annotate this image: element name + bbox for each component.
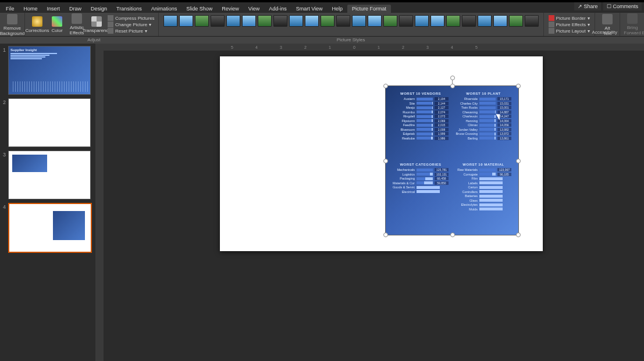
picture-style-thumb[interactable] bbox=[368, 15, 382, 27]
ribbon-tabs: FileHomeInsertDrawDesignTransitionsAnima… bbox=[0, 2, 644, 13]
chart-row: Film bbox=[456, 177, 511, 180]
chart-row: Raw Materials123,067 bbox=[456, 168, 511, 171]
picture-style-thumb[interactable] bbox=[211, 15, 225, 27]
tab-add-ins[interactable]: Add-ins bbox=[264, 5, 291, 13]
chart-row: Batteries bbox=[456, 194, 511, 198]
picture-style-thumb[interactable] bbox=[383, 15, 397, 27]
resize-handle[interactable] bbox=[450, 233, 455, 237]
tab-insert[interactable]: Insert bbox=[42, 5, 65, 13]
tab-draw[interactable]: Draw bbox=[65, 5, 86, 13]
picture-style-thumb[interactable] bbox=[258, 15, 272, 27]
picture-style-thumb[interactable] bbox=[321, 15, 335, 27]
picture-style-thumb[interactable] bbox=[399, 15, 413, 27]
rotate-handle[interactable] bbox=[450, 76, 455, 80]
slide-thumbnail-3[interactable] bbox=[8, 151, 91, 199]
tab-design[interactable]: Design bbox=[86, 5, 112, 13]
chart-row: Edgetab1,999 bbox=[393, 132, 449, 135]
tab-slide-show[interactable]: Slide Show bbox=[182, 5, 217, 13]
picture-style-thumb[interactable] bbox=[226, 15, 240, 27]
resize-handle[interactable] bbox=[516, 159, 521, 163]
accessibility-group-label: Accessibility bbox=[592, 30, 617, 35]
picture-style-thumb[interactable] bbox=[352, 15, 366, 27]
picture-style-thumb[interactable] bbox=[336, 15, 350, 27]
tab-picture-format[interactable]: Picture Format bbox=[347, 5, 391, 13]
tab-file[interactable]: File bbox=[1, 5, 19, 13]
chart-row: Ringdell2,073 bbox=[393, 115, 449, 118]
picture-style-thumb[interactable] bbox=[273, 15, 287, 27]
chart-row: Materials & Com..59,850 bbox=[393, 181, 449, 185]
chart-row: Riverside15,171 bbox=[456, 97, 511, 101]
chart-row: Flipstorm2,069 bbox=[393, 119, 449, 123]
corrections-button[interactable]: Corrections bbox=[27, 16, 47, 33]
transparency-button[interactable]: Transparency bbox=[87, 16, 106, 33]
slide-thumbnail-4[interactable] bbox=[8, 203, 92, 253]
comments-button[interactable]: ☐ Comments bbox=[603, 2, 642, 10]
picture-style-thumb[interactable] bbox=[163, 15, 177, 27]
picture-style-thumb[interactable] bbox=[493, 15, 507, 27]
picture-border-button[interactable]: Picture Border ▾ bbox=[549, 15, 590, 21]
chart-panel: Worst 10 VendorsAustern2,194Site2,144Mee… bbox=[389, 90, 452, 160]
chart-row: Charles City15,031 bbox=[456, 102, 511, 105]
chart-row: Bruce Crossing13,972 bbox=[456, 132, 511, 135]
styles-group-label: Picture Styles bbox=[159, 37, 543, 42]
resize-handle[interactable] bbox=[383, 233, 388, 237]
picture-style-thumb[interactable] bbox=[242, 15, 256, 27]
picture-style-thumb[interactable] bbox=[430, 15, 444, 27]
slide-thumbnail-1[interactable]: Supplier Insight bbox=[8, 46, 91, 95]
picture-style-thumb[interactable] bbox=[462, 15, 476, 27]
chart-panel: Worst 10 MaterialRaw Materials123,067Cor… bbox=[452, 160, 515, 231]
tab-help[interactable]: Help bbox=[328, 5, 348, 13]
picture-layout-button[interactable]: Picture Layout ▾ bbox=[549, 28, 590, 34]
picture-style-thumb[interactable] bbox=[509, 15, 523, 27]
resize-handle[interactable] bbox=[516, 233, 521, 237]
chart-row: Austern2,194 bbox=[393, 97, 449, 101]
resize-handle[interactable] bbox=[516, 84, 521, 88]
chart-row: Electrolytes bbox=[456, 203, 511, 206]
chart-panel: Worst CategoriesMechanicals125,781Logist… bbox=[389, 160, 452, 231]
compress-pictures-button[interactable]: Compress Pictures bbox=[108, 15, 155, 21]
reset-picture-button[interactable]: Reset Picture ▾ bbox=[108, 28, 155, 34]
resize-handle[interactable] bbox=[383, 159, 388, 163]
tab-review[interactable]: Review bbox=[217, 5, 244, 13]
chart-row: Twin Rocks15,001 bbox=[456, 106, 511, 109]
chart-row: Site2,144 bbox=[393, 102, 449, 105]
picture-style-thumb[interactable] bbox=[446, 15, 460, 27]
horizontal-ruler: 54321012345 bbox=[104, 44, 644, 51]
ribbon: Remove Background Corrections Color Arti… bbox=[0, 13, 644, 37]
picture-style-thumb[interactable] bbox=[525, 15, 539, 27]
picture-style-thumb[interactable] bbox=[179, 15, 193, 27]
chart-row: Realtube1,986 bbox=[393, 137, 449, 140]
chart-panel: Worst 10 PlantRiverside15,171Charles Cit… bbox=[452, 90, 515, 160]
tab-smart-view[interactable]: Smart View bbox=[291, 5, 328, 13]
picture-style-thumb[interactable] bbox=[289, 15, 303, 27]
share-button[interactable]: ↗ Share bbox=[574, 2, 601, 10]
bring-forward-button[interactable]: Bring Forward bbox=[622, 13, 642, 35]
chart-row: Carton bbox=[456, 185, 511, 189]
slide[interactable]: Worst 10 VendorsAustern2,194Site2,144Mee… bbox=[220, 56, 543, 251]
resize-handle[interactable] bbox=[450, 84, 455, 88]
remove-background-button[interactable]: Remove Background bbox=[2, 14, 22, 36]
arrange-group-label: Arrange bbox=[622, 37, 644, 42]
picture-style-thumb[interactable] bbox=[195, 15, 209, 27]
inserted-picture[interactable]: Worst 10 VendorsAustern2,194Site2,144Mee… bbox=[385, 85, 519, 235]
tab-animations[interactable]: Animations bbox=[147, 5, 182, 13]
vertical-ruler bbox=[95, 44, 104, 361]
chart-row: Chesaning14,887 bbox=[456, 110, 511, 114]
picture-effects-button[interactable]: Picture Effects ▾ bbox=[549, 22, 590, 27]
slide-canvas: 54321012345 Worst 10 VendorsAustern2,194… bbox=[104, 44, 644, 361]
tab-home[interactable]: Home bbox=[19, 5, 42, 13]
tab-transitions[interactable]: Transitions bbox=[112, 5, 147, 13]
picture-style-thumb[interactable] bbox=[478, 15, 492, 27]
change-picture-button[interactable]: Change Picture ▾ bbox=[108, 22, 155, 27]
chart-row: Goods & Services bbox=[393, 185, 449, 189]
slide-thumbnail-2[interactable] bbox=[8, 98, 91, 147]
tab-view[interactable]: View bbox=[244, 5, 264, 13]
resize-handle[interactable] bbox=[383, 84, 388, 88]
chart-row: Labels bbox=[456, 181, 511, 185]
chart-row: Climax14,056 bbox=[456, 123, 511, 127]
color-button[interactable]: Color bbox=[47, 16, 67, 33]
slide-thumbnail-panel: 1Supplier Insight234 bbox=[0, 44, 95, 361]
picture-style-thumb[interactable] bbox=[305, 15, 319, 27]
picture-style-thumb[interactable] bbox=[415, 15, 429, 27]
picture-styles-gallery[interactable] bbox=[161, 14, 541, 28]
